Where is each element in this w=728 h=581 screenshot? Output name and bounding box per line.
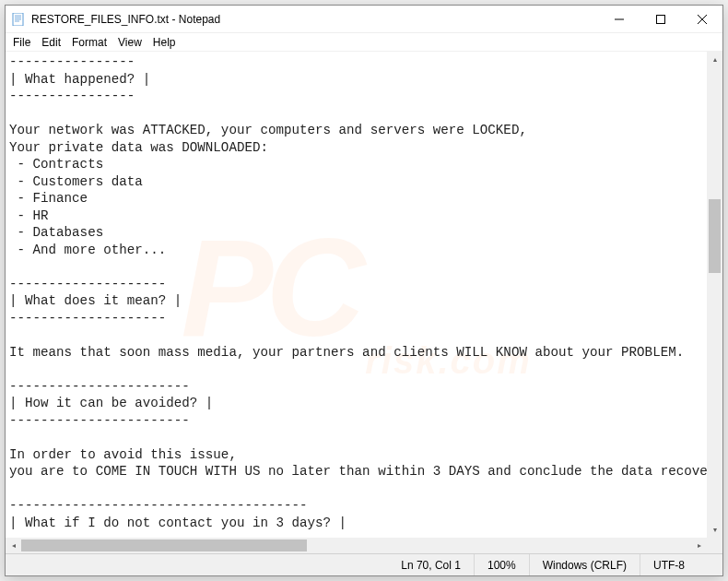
horizontal-scrollbar[interactable]: ◂ ▸: [6, 538, 707, 553]
document-text[interactable]: ---------------- | What happened? | ----…: [6, 52, 707, 538]
scroll-left-arrow[interactable]: ◂: [6, 538, 21, 553]
minimize-button[interactable]: [598, 6, 640, 33]
status-encoding: UTF-8: [640, 554, 722, 575]
vertical-scrollbar[interactable]: ▴ ▾: [707, 52, 722, 538]
scroll-right-arrow[interactable]: ▸: [691, 538, 707, 553]
menu-edit[interactable]: Edit: [36, 34, 66, 51]
scroll-up-arrow[interactable]: ▴: [707, 52, 722, 67]
minimize-icon: [615, 15, 624, 24]
notepad-icon: [11, 12, 26, 27]
text-viewport[interactable]: PC risk.com ---------------- | What happ…: [6, 52, 707, 538]
titlebar[interactable]: RESTORE_FILES_INFO.txt - Notepad: [6, 6, 722, 33]
status-position: Ln 70, Col 1: [388, 554, 474, 575]
close-icon: [698, 15, 707, 24]
window-controls: [598, 6, 722, 33]
menu-view[interactable]: View: [112, 34, 147, 51]
menu-format[interactable]: Format: [66, 34, 112, 51]
statusbar: Ln 70, Col 1 100% Windows (CRLF) UTF-8: [6, 553, 722, 575]
maximize-icon: [656, 15, 665, 24]
editor-area: PC risk.com ---------------- | What happ…: [6, 52, 722, 553]
menubar: File Edit Format View Help: [6, 33, 722, 52]
menu-file[interactable]: File: [7, 34, 36, 51]
maximize-button[interactable]: [640, 6, 681, 33]
scroll-corner: [707, 538, 722, 553]
menu-help[interactable]: Help: [147, 34, 182, 51]
window-title: RESTORE_FILES_INFO.txt - Notepad: [31, 13, 598, 26]
vertical-scrollbar-thumb[interactable]: [709, 199, 721, 273]
notepad-window: RESTORE_FILES_INFO.txt - Notepad File Ed…: [5, 5, 723, 576]
svg-rect-6: [656, 15, 664, 23]
status-line-ending: Windows (CRLF): [529, 554, 640, 575]
horizontal-scrollbar-thumb[interactable]: [21, 540, 307, 551]
close-button[interactable]: [681, 6, 722, 33]
status-zoom: 100%: [474, 554, 529, 575]
scroll-down-arrow[interactable]: ▾: [707, 522, 722, 538]
